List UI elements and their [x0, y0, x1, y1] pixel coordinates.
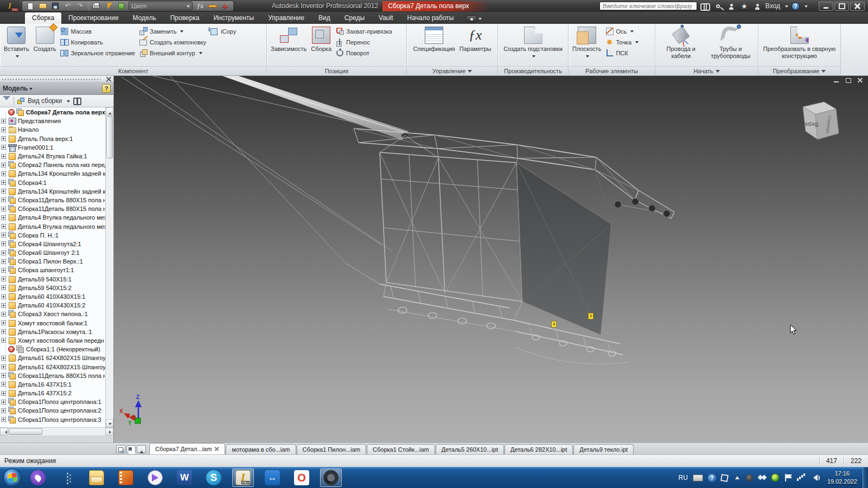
horizontal-scrollbar[interactable]	[0, 427, 113, 435]
copy-button[interactable]: Копировать	[59, 37, 137, 47]
assemble-button[interactable]: Сборка	[309, 25, 333, 54]
ribbon-tab[interactable]: Вид	[311, 12, 337, 24]
tree-item[interactable]: Frame0001:1	[0, 143, 105, 152]
tree-expander-icon[interactable]	[1, 391, 6, 396]
tree-expander-icon[interactable]	[1, 224, 6, 229]
tree-item[interactable]: Деталь24 Втулка Гайка:1	[0, 152, 105, 160]
snip-tool-icon[interactable]	[721, 473, 729, 482]
taskbar-kmplayer-button[interactable]	[144, 468, 166, 487]
shrinkwrap-button[interactable]: Внешний контур	[138, 48, 208, 57]
sign-in-button[interactable]	[752, 2, 762, 10]
language-indicator[interactable]: RU	[679, 473, 688, 482]
taskbar-opera-button[interactable]: O	[291, 468, 312, 487]
graphics-viewport[interactable]: Верх Спереди Z X Y	[114, 76, 868, 442]
insert-component-button[interactable]: Вставить	[2, 25, 31, 60]
doc-close-button[interactable]	[857, 78, 864, 83]
tree-expander-icon[interactable]	[1, 417, 6, 422]
tree-item[interactable]: Деталь16 437X15:2	[0, 389, 105, 397]
tree-expander-icon[interactable]	[1, 259, 6, 264]
taskbar-file-explorer-button[interactable]	[86, 468, 107, 487]
show-desktop-button[interactable]	[863, 467, 868, 488]
move-button[interactable]: Перенос	[334, 37, 394, 47]
taskbar-pinned-dots-button[interactable]	[56, 468, 78, 487]
document-tab[interactable]: Сборка1 Стойк...iam	[367, 444, 435, 454]
material-add-button[interactable]: +	[220, 2, 230, 10]
tree-item[interactable]: Сборка4:1	[0, 178, 105, 187]
tree-expander-icon[interactable]	[1, 251, 6, 255]
tree-expander-icon[interactable]	[1, 312, 6, 317]
subscription-button[interactable]	[713, 2, 723, 10]
tree-item[interactable]: Деталь59 540X15:2	[0, 284, 105, 292]
scroll-up-button[interactable]	[106, 107, 113, 115]
filter-icon[interactable]	[3, 96, 10, 104]
tree-item[interactable]: Сборка1Полоз центроплана:3	[0, 415, 105, 424]
tree-item[interactable]: Хомут хвостовой балки:1	[0, 319, 105, 328]
document-tab[interactable]: Сборка7 Детал...iam	[149, 443, 225, 454]
tree-expander-icon[interactable]	[1, 294, 6, 299]
recorder-icon[interactable]	[746, 473, 754, 482]
network-icon[interactable]	[797, 473, 805, 482]
vertical-scrollbar[interactable]	[105, 107, 113, 427]
tree-item[interactable]: Сборка3 Хвост пилона.:1	[0, 310, 105, 318]
minimize-button[interactable]	[819, 2, 833, 11]
create-substitutes-button[interactable]: Создать подстановки	[500, 25, 566, 60]
print-button[interactable]	[91, 2, 101, 10]
tree-expander-icon[interactable]	[1, 400, 6, 404]
tree-expander-icon[interactable]	[1, 145, 6, 150]
pattern-button[interactable]: Массив	[59, 27, 137, 36]
ucs-button[interactable]: ПСК	[604, 48, 640, 57]
restore-button[interactable]	[834, 2, 849, 11]
tree-item[interactable]: ?Сборка1:1 (Некорректный)	[0, 345, 105, 354]
ribbon-tab[interactable]: Модель	[126, 12, 163, 24]
new-file-button[interactable]	[25, 2, 35, 10]
taskbar-word-button[interactable]: W	[174, 468, 195, 487]
tree-expander-icon[interactable]	[1, 241, 6, 246]
document-tab[interactable]: Деталь9 текло.ipt	[573, 444, 634, 454]
tree-item[interactable]: Деталь61 624X802X15 Шпангоу	[0, 362, 105, 371]
tree-expander-icon[interactable]	[1, 408, 6, 413]
search-help-button[interactable]	[700, 2, 710, 10]
tree-item[interactable]: Деталь134 Кронштейн задней к	[0, 169, 105, 178]
constrain-button[interactable]: Зависимость	[269, 25, 308, 54]
scrollbar-thumb[interactable]	[9, 428, 42, 435]
undo-button[interactable]: ↶	[63, 2, 73, 10]
tree-item[interactable]: Сборка6 Шпангоут 2:1	[0, 248, 105, 257]
tree-item[interactable]: Сборка1 Пилон Верх.:1	[0, 257, 105, 266]
application-menu-button[interactable]: I PRO	[0, 0, 20, 12]
chevron-down-icon[interactable]	[67, 100, 70, 104]
taskbar-movie-maker-button[interactable]	[115, 468, 137, 487]
tree-expander-icon[interactable]	[1, 382, 6, 387]
cascade-windows-button[interactable]	[116, 445, 125, 453]
tree-item[interactable]: Деталь1Раскосы хомута.:1	[0, 328, 105, 336]
tree-item[interactable]: Деталь59 540X15:1	[0, 275, 105, 284]
search-input[interactable]	[599, 2, 697, 10]
taskbar-teamviewer-button[interactable]: ↔	[261, 468, 283, 487]
panel-title-manage[interactable]: Управление	[407, 66, 497, 75]
start-button[interactable]	[3, 468, 22, 487]
tree-expander-icon[interactable]	[1, 189, 6, 194]
browser-title[interactable]: Модель	[3, 85, 33, 92]
tree-item[interactable]: Сборка1Полоз центроплана:1	[0, 397, 105, 406]
tree-item[interactable]: Начало	[0, 125, 105, 134]
tree-expander-icon[interactable]	[1, 127, 6, 132]
tree-item[interactable]: Сборка4 Шпангоута2:1	[0, 240, 105, 248]
ribbon-tab[interactable]: Управление	[261, 12, 311, 24]
document-tab[interactable]: Деталь5 260X10...ipt	[436, 444, 504, 454]
ribbon-tab[interactable]: Проверка	[163, 12, 207, 24]
tree-expander-icon[interactable]	[1, 338, 6, 343]
model-wireframe[interactable]: Верх Спереди Z X Y	[114, 76, 868, 442]
tree-item[interactable]: Деталь4 Втулка педального мех	[0, 213, 105, 222]
view-mode-label[interactable]: Вид сборки	[28, 97, 62, 105]
expand-tabs-button[interactable]	[137, 445, 146, 453]
hidden-icons-arrow[interactable]	[733, 473, 741, 482]
ribbon-tab[interactable]: Инструменты	[206, 12, 261, 24]
tree-item[interactable]: Деталь4 Втулка педального мех	[0, 222, 105, 230]
sign-in-dropdown-icon[interactable]	[785, 5, 788, 9]
document-tab[interactable]: Сборка1 Пилон...iam	[297, 444, 367, 454]
tree-item[interactable]: Деталь Пола верх:1	[0, 134, 105, 143]
browser-help-button[interactable]: ?	[102, 84, 111, 93]
tree-item[interactable]: Деталь60 410X430X15:2	[0, 301, 105, 310]
tree-item[interactable]: Хомут хвостовой балки передн	[0, 336, 105, 345]
help-button[interactable]: ?	[792, 2, 800, 10]
tree-expander-icon[interactable]	[1, 215, 6, 220]
